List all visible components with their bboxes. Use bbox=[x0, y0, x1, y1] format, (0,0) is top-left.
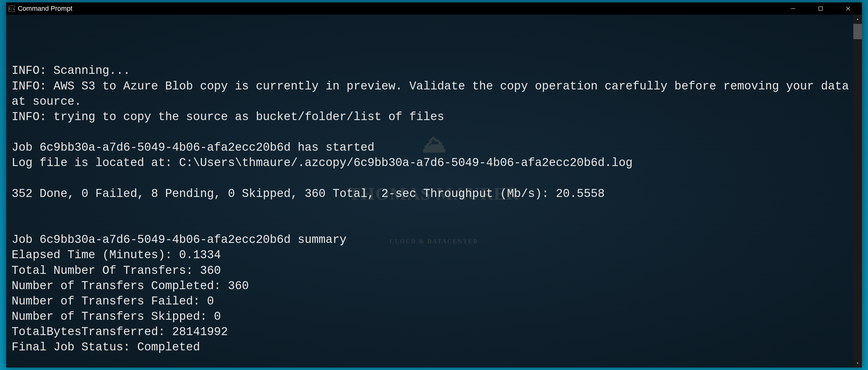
maximize-icon bbox=[818, 6, 823, 11]
scroll-down-arrow[interactable]: ▾ bbox=[853, 359, 862, 368]
maximize-button[interactable] bbox=[807, 2, 834, 15]
scrollbar-thumb[interactable] bbox=[853, 24, 862, 39]
titlebar[interactable]: C:\ Command Prompt bbox=[6, 2, 862, 15]
minimize-icon bbox=[790, 6, 796, 11]
minimize-button[interactable] bbox=[779, 2, 807, 15]
command-prompt-window: C:\ Command Prompt ⛰ THOMAS MAURER CLOUD… bbox=[6, 2, 862, 368]
window-title: Command Prompt bbox=[18, 5, 779, 12]
window-controls bbox=[779, 2, 862, 15]
close-icon bbox=[845, 6, 851, 11]
scrollbar[interactable]: ▴ ▾ bbox=[853, 15, 862, 368]
svg-rect-1 bbox=[819, 7, 823, 10]
terminal-output: INFO: Scanning... INFO: AWS S3 to Azure … bbox=[12, 63, 856, 368]
scroll-up-arrow[interactable]: ▴ bbox=[853, 15, 862, 23]
terminal-body[interactable]: ⛰ THOMAS MAURER CLOUD & DATACENTER INFO:… bbox=[6, 15, 862, 368]
cmd-icon: C:\ bbox=[8, 5, 15, 12]
close-button[interactable] bbox=[834, 2, 862, 15]
